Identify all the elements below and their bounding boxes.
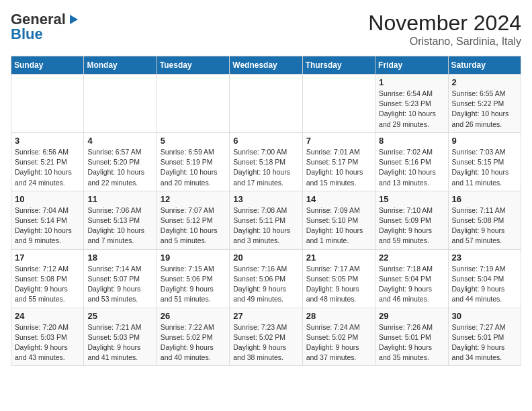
- day-info: Sunrise: 6:59 AM Sunset: 5:19 PM Dayligh…: [161, 147, 226, 188]
- day-number: 6: [233, 136, 298, 146]
- day-info: Sunrise: 7:21 AM Sunset: 5:03 PM Dayligh…: [87, 322, 152, 363]
- calendar-week-3: 10Sunrise: 7:04 AM Sunset: 5:14 PM Dayli…: [11, 191, 521, 249]
- weekday-monday: Monday: [84, 56, 157, 75]
- day-info: Sunrise: 7:02 AM Sunset: 5:16 PM Dayligh…: [379, 147, 444, 188]
- day-number: 13: [233, 194, 298, 204]
- calendar-week-1: 1Sunrise: 6:54 AM Sunset: 5:23 PM Daylig…: [11, 75, 521, 133]
- calendar-cell: 4Sunrise: 6:57 AM Sunset: 5:20 PM Daylig…: [84, 132, 157, 191]
- calendar-cell: 15Sunrise: 7:10 AM Sunset: 5:09 PM Dayli…: [375, 191, 448, 249]
- calendar-cell: 6Sunrise: 7:00 AM Sunset: 5:18 PM Daylig…: [230, 132, 302, 191]
- weekday-sunday: Sunday: [11, 56, 84, 75]
- day-info: Sunrise: 7:09 AM Sunset: 5:10 PM Dayligh…: [306, 205, 371, 246]
- day-number: 23: [452, 253, 517, 263]
- calendar-cell: 27Sunrise: 7:23 AM Sunset: 5:02 PM Dayli…: [230, 308, 302, 366]
- day-number: 28: [306, 311, 371, 321]
- svg-marker-0: [70, 15, 78, 24]
- calendar-cell: 16Sunrise: 7:11 AM Sunset: 5:08 PM Dayli…: [448, 191, 521, 249]
- day-number: 10: [15, 194, 80, 204]
- day-info: Sunrise: 7:17 AM Sunset: 5:05 PM Dayligh…: [306, 264, 371, 305]
- day-info: Sunrise: 6:54 AM Sunset: 5:23 PM Dayligh…: [379, 89, 444, 130]
- calendar-cell: 23Sunrise: 7:19 AM Sunset: 5:04 PM Dayli…: [448, 249, 521, 308]
- calendar-table: SundayMondayTuesdayWednesdayThursdayFrid…: [11, 56, 521, 366]
- weekday-thursday: Thursday: [302, 56, 375, 75]
- calendar-cell: [11, 75, 84, 133]
- day-number: 9: [452, 136, 517, 146]
- calendar-cell: 29Sunrise: 7:26 AM Sunset: 5:01 PM Dayli…: [375, 308, 448, 366]
- day-info: Sunrise: 7:07 AM Sunset: 5:12 PM Dayligh…: [161, 205, 226, 246]
- day-number: 27: [233, 311, 298, 321]
- day-info: Sunrise: 7:24 AM Sunset: 5:02 PM Dayligh…: [306, 322, 371, 363]
- calendar-cell: 28Sunrise: 7:24 AM Sunset: 5:02 PM Dayli…: [302, 308, 375, 366]
- day-number: 2: [452, 77, 517, 87]
- calendar-cell: 20Sunrise: 7:16 AM Sunset: 5:06 PM Dayli…: [230, 249, 302, 308]
- calendar-cell: 17Sunrise: 7:12 AM Sunset: 5:08 PM Dayli…: [11, 249, 84, 308]
- calendar-week-5: 24Sunrise: 7:20 AM Sunset: 5:03 PM Dayli…: [11, 308, 521, 366]
- calendar-cell: 14Sunrise: 7:09 AM Sunset: 5:10 PM Dayli…: [302, 191, 375, 249]
- day-info: Sunrise: 7:20 AM Sunset: 5:03 PM Dayligh…: [15, 322, 80, 363]
- day-number: 15: [379, 194, 444, 204]
- calendar-cell: 30Sunrise: 7:27 AM Sunset: 5:01 PM Dayli…: [448, 308, 521, 366]
- day-info: Sunrise: 7:04 AM Sunset: 5:14 PM Dayligh…: [15, 205, 80, 246]
- calendar-cell: 19Sunrise: 7:15 AM Sunset: 5:06 PM Dayli…: [157, 249, 229, 308]
- calendar-cell: [302, 75, 375, 133]
- day-info: Sunrise: 7:15 AM Sunset: 5:06 PM Dayligh…: [161, 264, 226, 305]
- calendar-cell: 11Sunrise: 7:06 AM Sunset: 5:13 PM Dayli…: [84, 191, 157, 249]
- day-number: 3: [15, 136, 80, 146]
- day-info: Sunrise: 7:11 AM Sunset: 5:08 PM Dayligh…: [452, 205, 517, 246]
- logo-blue: Blue: [11, 26, 43, 43]
- day-info: Sunrise: 7:01 AM Sunset: 5:17 PM Dayligh…: [306, 147, 371, 188]
- day-info: Sunrise: 7:23 AM Sunset: 5:02 PM Dayligh…: [233, 322, 298, 363]
- day-info: Sunrise: 7:14 AM Sunset: 5:07 PM Dayligh…: [87, 264, 152, 305]
- calendar-week-4: 17Sunrise: 7:12 AM Sunset: 5:08 PM Dayli…: [11, 249, 521, 308]
- calendar-cell: 12Sunrise: 7:07 AM Sunset: 5:12 PM Dayli…: [157, 191, 229, 249]
- logo-icon: [67, 13, 79, 26]
- day-info: Sunrise: 7:06 AM Sunset: 5:13 PM Dayligh…: [87, 205, 152, 246]
- day-number: 14: [306, 194, 371, 204]
- logo: General Blue: [11, 11, 79, 43]
- calendar-cell: 1Sunrise: 6:54 AM Sunset: 5:23 PM Daylig…: [375, 75, 448, 133]
- calendar-cell: [84, 75, 157, 133]
- day-info: Sunrise: 6:55 AM Sunset: 5:22 PM Dayligh…: [452, 89, 517, 130]
- calendar-cell: [157, 75, 229, 133]
- weekday-wednesday: Wednesday: [230, 56, 302, 75]
- day-number: 25: [87, 311, 152, 321]
- calendar-cell: 10Sunrise: 7:04 AM Sunset: 5:14 PM Dayli…: [11, 191, 84, 249]
- calendar-cell: 5Sunrise: 6:59 AM Sunset: 5:19 PM Daylig…: [157, 132, 229, 191]
- title-block: November 2024 Oristano, Sardinia, Italy: [368, 11, 521, 48]
- day-info: Sunrise: 7:03 AM Sunset: 5:15 PM Dayligh…: [452, 147, 517, 188]
- calendar-cell: 18Sunrise: 7:14 AM Sunset: 5:07 PM Dayli…: [84, 249, 157, 308]
- day-info: Sunrise: 7:22 AM Sunset: 5:02 PM Dayligh…: [161, 322, 226, 363]
- calendar-cell: 26Sunrise: 7:22 AM Sunset: 5:02 PM Dayli…: [157, 308, 229, 366]
- calendar-cell: 22Sunrise: 7:18 AM Sunset: 5:04 PM Dayli…: [375, 249, 448, 308]
- day-info: Sunrise: 7:12 AM Sunset: 5:08 PM Dayligh…: [15, 264, 80, 305]
- day-number: 8: [379, 136, 444, 146]
- day-info: Sunrise: 7:10 AM Sunset: 5:09 PM Dayligh…: [379, 205, 444, 246]
- page-header: General Blue November 2024 Oristano, Sar…: [11, 11, 521, 48]
- day-number: 17: [15, 253, 80, 263]
- day-number: 24: [15, 311, 80, 321]
- day-number: 11: [87, 194, 152, 204]
- day-info: Sunrise: 7:18 AM Sunset: 5:04 PM Dayligh…: [379, 264, 444, 305]
- day-number: 4: [87, 136, 152, 146]
- day-number: 22: [379, 253, 444, 263]
- weekday-tuesday: Tuesday: [157, 56, 229, 75]
- day-info: Sunrise: 7:26 AM Sunset: 5:01 PM Dayligh…: [379, 322, 444, 363]
- day-info: Sunrise: 7:16 AM Sunset: 5:06 PM Dayligh…: [233, 264, 298, 305]
- day-info: Sunrise: 6:57 AM Sunset: 5:20 PM Dayligh…: [87, 147, 152, 188]
- calendar-cell: 24Sunrise: 7:20 AM Sunset: 5:03 PM Dayli…: [11, 308, 84, 366]
- day-number: 20: [233, 253, 298, 263]
- day-info: Sunrise: 6:56 AM Sunset: 5:21 PM Dayligh…: [15, 147, 80, 188]
- calendar-cell: 21Sunrise: 7:17 AM Sunset: 5:05 PM Dayli…: [302, 249, 375, 308]
- day-number: 21: [306, 253, 371, 263]
- calendar-cell: [230, 75, 302, 133]
- day-info: Sunrise: 7:00 AM Sunset: 5:18 PM Dayligh…: [233, 147, 298, 188]
- day-info: Sunrise: 7:19 AM Sunset: 5:04 PM Dayligh…: [452, 264, 517, 305]
- calendar-cell: 3Sunrise: 6:56 AM Sunset: 5:21 PM Daylig…: [11, 132, 84, 191]
- calendar-cell: 9Sunrise: 7:03 AM Sunset: 5:15 PM Daylig…: [448, 132, 521, 191]
- location: Oristano, Sardinia, Italy: [368, 36, 521, 48]
- calendar-cell: 8Sunrise: 7:02 AM Sunset: 5:16 PM Daylig…: [375, 132, 448, 191]
- weekday-saturday: Saturday: [448, 56, 521, 75]
- day-number: 29: [379, 311, 444, 321]
- day-number: 7: [306, 136, 371, 146]
- calendar-cell: 2Sunrise: 6:55 AM Sunset: 5:22 PM Daylig…: [448, 75, 521, 133]
